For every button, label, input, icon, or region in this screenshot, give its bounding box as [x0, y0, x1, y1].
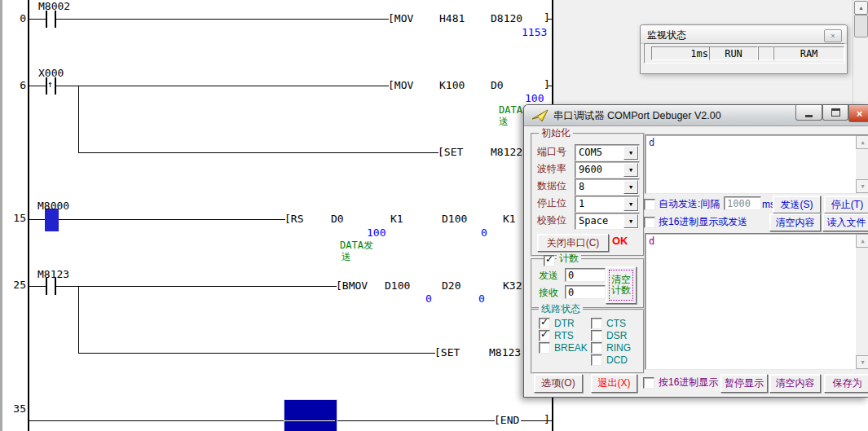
clear-display-button[interactable]: 清空内容: [769, 374, 821, 393]
operand: M8122: [491, 147, 522, 158]
debugger-title-bar[interactable]: 串口调试器 COMPort Debuger V2.00 ×: [524, 105, 868, 126]
ring-checkbox[interactable]: [591, 342, 602, 354]
operand: K1: [390, 213, 403, 225]
chevron-down-icon[interactable]: ▼: [623, 197, 638, 211]
break-label: BREAK: [554, 342, 588, 354]
cts-checkbox[interactable]: [591, 318, 602, 329]
rung6-set-wire: [78, 152, 438, 153]
databits-label: 数据位: [537, 180, 566, 191]
chevron-down-icon[interactable]: ▼: [623, 180, 638, 194]
dcd-label: DCD: [606, 354, 628, 366]
stopbits-select[interactable]: 1 ▼: [575, 196, 640, 213]
app-icon: [531, 109, 549, 122]
auto-send-label: 自动发送:间隔: [659, 198, 720, 209]
chevron-down-icon[interactable]: ▼: [623, 163, 638, 177]
instruction: [END: [494, 415, 519, 426]
scroll-up-button[interactable]: ▲: [856, 234, 868, 248]
device-label: X000: [38, 68, 64, 79]
rung35-wire-a: [29, 420, 495, 421]
counter-checkbox[interactable]: [544, 255, 555, 266]
clear-send-button[interactable]: 清空内容: [769, 213, 821, 231]
hex-send-checkbox[interactable]: [644, 217, 655, 228]
rung15-wire-a: [29, 219, 45, 220]
clear-counter-button[interactable]: 清空 计数: [606, 266, 637, 304]
scroll-down-button[interactable]: ▼: [856, 355, 868, 369]
exit-button[interactable]: 退出(X): [591, 374, 637, 393]
minimize-button[interactable]: [795, 105, 822, 121]
edit-cursor: [284, 399, 337, 431]
break-checkbox[interactable]: [539, 342, 550, 354]
window-edge-strip: [0, 0, 2, 431]
close-button[interactable]: ×: [848, 105, 868, 122]
rung6-branch: [78, 86, 79, 153]
scroll-up-button[interactable]: ▲: [856, 135, 868, 149]
sent-count-label: 发送: [539, 270, 558, 281]
load-file-button[interactable]: 读入文件: [822, 213, 868, 231]
monitor-title-bar[interactable]: 监视状态 ×: [641, 25, 847, 44]
rts-checkbox[interactable]: [539, 330, 550, 341]
dcd-checkbox[interactable]: [591, 354, 602, 366]
receive-scrollbar[interactable]: ▲ ▼: [856, 234, 868, 369]
chevron-down-icon[interactable]: ▼: [623, 214, 638, 228]
dsr-checkbox[interactable]: [591, 330, 602, 341]
databits-select[interactable]: 8 ▼: [575, 178, 640, 196]
close-port-button[interactable]: 关闭串口(C): [537, 234, 609, 252]
received-count-field[interactable]: 0: [565, 285, 606, 299]
hex-display-label: 按16进制显示: [659, 376, 718, 388]
monitor-value: 0: [478, 293, 485, 305]
sent-count-field[interactable]: 0: [565, 268, 606, 282]
dtr-checkbox[interactable]: [539, 318, 550, 329]
received-count-label: 接收: [539, 287, 558, 298]
init-group: 初始化 端口号 COM5 ▼ 波特率 9600 ▼ 数据位 8 ▼ 停止位 1 …: [531, 133, 645, 257]
baud-select[interactable]: 9600 ▼: [575, 161, 640, 178]
cursor-wire-highlight: [284, 420, 335, 421]
dsr-label: DSR: [606, 330, 627, 341]
ladder-vertical-scrollbar[interactable]: ▲: [853, 0, 868, 105]
device-comment: 送: [341, 251, 351, 262]
monitor-close-button[interactable]: ×: [824, 29, 842, 42]
save-as-button[interactable]: 保存为: [824, 374, 868, 393]
contact-bar: [55, 278, 56, 295]
monitor-status-panel: 1ms RUN RAM: [644, 43, 845, 64]
send-button[interactable]: 发送(S): [773, 196, 821, 213]
bracket: ]: [544, 12, 550, 24]
options-button[interactable]: 选项(O): [534, 374, 583, 393]
send-textarea[interactable]: d ▲ ▼: [645, 134, 868, 194]
scroll-up-button[interactable]: ▲: [854, 1, 868, 15]
chevron-down-icon[interactable]: ▼: [623, 146, 638, 160]
maximize-button[interactable]: [822, 105, 848, 121]
pause-display-button[interactable]: 暂停显示: [720, 374, 768, 393]
rts-label: RTS: [554, 330, 574, 341]
receive-textarea[interactable]: d ▲ ▼: [645, 233, 868, 370]
operand: M8123: [489, 347, 521, 358]
parity-select[interactable]: Space ▼: [575, 213, 640, 230]
instruction: [BMOV: [336, 280, 368, 292]
send-text: d: [649, 137, 654, 148]
operand: D0: [491, 80, 504, 91]
instruction: [MOV: [388, 13, 413, 24]
operand: K1: [503, 213, 516, 225]
scroll-down-button[interactable]: ▼: [856, 179, 868, 193]
stop-button[interactable]: 停止(T): [824, 196, 868, 213]
operand: D100: [385, 280, 410, 292]
send-scrollbar[interactable]: ▲ ▼: [856, 135, 868, 193]
port-select[interactable]: COM5 ▼: [575, 144, 640, 161]
dtr-label: DTR: [554, 318, 575, 329]
hex-display-checkbox[interactable]: [643, 377, 654, 389]
scroll-thumb[interactable]: [854, 15, 868, 37]
operand: D0: [331, 213, 344, 225]
rising-edge-arrow: ↑: [47, 79, 53, 90]
operand: K32: [503, 280, 522, 292]
stopbits-label: 停止位: [537, 197, 566, 209]
instruction: [SET: [434, 347, 460, 358]
counter-group: 计数 发送 0 接收 0 清空 计数: [531, 258, 645, 309]
left-rail: [28, 0, 29, 431]
baud-label: 波特率: [537, 163, 566, 174]
rung0-wire-a: [29, 19, 46, 20]
monitor-title: 监视状态: [647, 29, 686, 42]
auto-send-checkbox[interactable]: [644, 199, 655, 210]
interval-field[interactable]: 1000: [724, 196, 761, 210]
cts-label: CTS: [606, 318, 626, 329]
device-comment: 送: [499, 116, 509, 127]
rung6-wire-a: [29, 86, 46, 86]
